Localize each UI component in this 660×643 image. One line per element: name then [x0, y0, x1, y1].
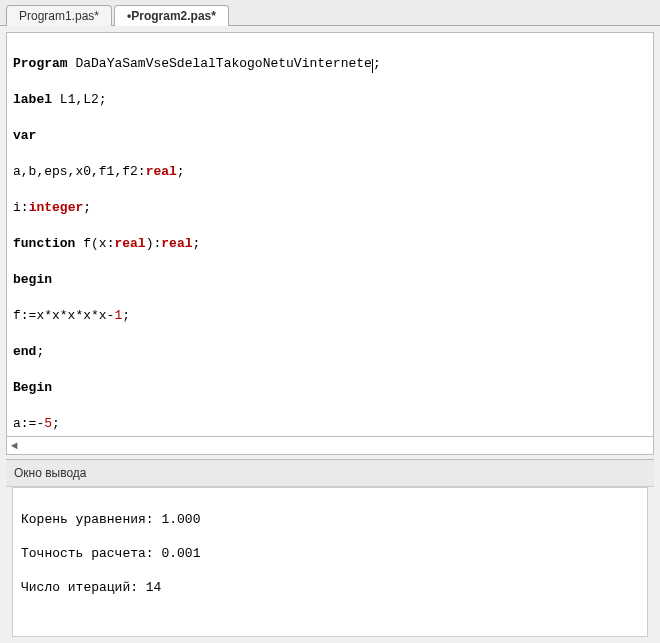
func-sig1: f(x:	[83, 236, 114, 251]
program-name: DaDaYaSamVseSdelalTakogoNetuVinternete	[75, 56, 371, 71]
kw-end: end	[13, 344, 36, 359]
editor-pane: Program DaDaYaSamVseSdelalTakogoNetuVint…	[0, 26, 660, 643]
num-1: 1	[114, 308, 122, 323]
a-assign: a:=-	[13, 416, 44, 431]
kw-begin: begin	[13, 272, 52, 287]
func-sig2: ):	[146, 236, 162, 251]
scroll-arrow-left-icon: ◄	[11, 440, 18, 452]
output-line: Корень уравнения: 1.000	[21, 511, 639, 528]
decl1-names: a,b,eps,x0,f1,f2	[13, 164, 138, 179]
kw-function: function	[13, 236, 75, 251]
type-integer: integer	[29, 200, 84, 215]
label-list: L1,L2	[60, 92, 99, 107]
func-body: f:=x*x*x*x*x-	[13, 308, 114, 323]
tab-bar: Program1.pas* •Program2.pas*	[0, 0, 660, 26]
type-real-ret: real	[161, 236, 192, 251]
output-panel: Окно вывода Корень уравнения: 1.000 Точн…	[6, 459, 654, 643]
text-caret	[372, 59, 373, 73]
tab-program2[interactable]: •Program2.pas*	[114, 5, 229, 26]
kw-Begin: Begin	[13, 380, 52, 395]
output-body[interactable]: Корень уравнения: 1.000 Точность расчета…	[12, 487, 648, 637]
kw-var: var	[13, 128, 36, 143]
decl2-names: i	[13, 200, 21, 215]
output-title: Окно вывода	[6, 460, 654, 487]
num-5: 5	[44, 416, 52, 431]
kw-label: label	[13, 92, 52, 107]
tab-program1[interactable]: Program1.pas*	[6, 5, 112, 26]
horizontal-scrollbar[interactable]: ◄	[6, 437, 654, 455]
output-line: Число итераций: 14	[21, 579, 639, 596]
kw-program: Program	[13, 56, 68, 71]
code-editor[interactable]: Program DaDaYaSamVseSdelalTakogoNetuVint…	[6, 32, 654, 437]
type-real: real	[146, 164, 177, 179]
output-line: Точность расчета: 0.001	[21, 545, 639, 562]
type-real-arg: real	[114, 236, 145, 251]
